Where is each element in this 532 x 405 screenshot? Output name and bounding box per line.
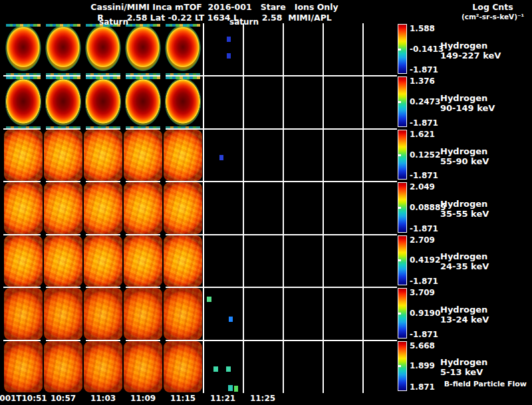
ion-intensity-blob — [124, 235, 162, 287]
ion-intensity-blob — [165, 25, 201, 74]
page-title: Cassini/MIMI Inca mTOF 2016-001 Stare Io… — [0, 2, 429, 12]
colorbar-max-label: 5.668 — [410, 341, 435, 350]
column-separator — [323, 23, 324, 393]
ion-intensity-blob — [84, 182, 122, 233]
colorbar — [398, 341, 407, 391]
ion-intensity-blob — [85, 78, 121, 126]
colorbar-min-label: -1.871 — [410, 65, 438, 74]
heatmap-cell — [123, 23, 163, 76]
corner-notch — [160, 338, 166, 343]
colorbar-mid-tick — [398, 49, 401, 51]
ion-intensity-blob — [4, 235, 43, 287]
heatmap-cell — [83, 129, 123, 182]
row-separator — [3, 234, 397, 235]
heatmap-cell — [123, 76, 163, 128]
time-tick-label: 11:09 — [130, 394, 156, 403]
ion-intensity-blob — [125, 25, 161, 74]
species-label: Hydrogen — [440, 146, 487, 156]
time-tick-label: 001T10:51 — [0, 394, 47, 403]
ion-intensity-blob — [44, 235, 82, 287]
colorbar-max-label: 2.709 — [410, 235, 435, 245]
colorbar-max-label: 3.709 — [410, 288, 435, 297]
heatmap-cell — [123, 129, 163, 182]
header-ephemeris-line: R 2.58 Lat -0.22 LT 1634 L 2.58 MIMI/APL — [0, 13, 429, 23]
ion-intensity-blob — [5, 78, 41, 126]
corner-notch — [80, 338, 86, 343]
corner-notch — [41, 179, 46, 184]
energy-range-label: 24-35 keV — [440, 261, 489, 271]
ion-intensity-blob — [84, 288, 122, 339]
corner-notch — [160, 179, 166, 184]
ion-intensity-blob — [124, 130, 162, 181]
colorbar-mid-label: -0.1413 — [410, 45, 444, 54]
colorbar-mid-label: 1.899 — [410, 361, 435, 370]
ion-intensity-blob — [164, 182, 202, 233]
ion-intensity-blob — [4, 182, 43, 233]
colorbar-mid-label: 0.2473 — [410, 97, 440, 106]
corner-notch — [120, 285, 126, 290]
species-label: Hydrogen — [440, 41, 487, 51]
top-fringe — [46, 76, 80, 79]
heatmap-cell — [163, 129, 203, 182]
heatmap-cell — [83, 287, 123, 340]
energy-range-label: 13-24 keV — [440, 315, 489, 325]
species-label: Hydrogen — [440, 305, 487, 315]
row-separator — [3, 287, 397, 288]
colorbar-mid-tick — [398, 101, 401, 103]
colorbar — [398, 235, 407, 285]
colorbar-max-label: 1.621 — [410, 130, 435, 139]
colorbar-max-label: 1.588 — [410, 24, 435, 33]
energy-row-5 — [3, 235, 397, 287]
species-label: Hydrogen — [440, 251, 487, 261]
top-fringe — [86, 76, 120, 79]
ion-intensity-blob — [85, 25, 121, 74]
heatmap-cell — [163, 23, 203, 76]
corner-notch — [120, 126, 126, 132]
colorbar-mid-label: 0.9190 — [410, 309, 440, 318]
corner-notch — [80, 179, 86, 184]
heatmap-cell — [3, 23, 43, 76]
heatmap-cell — [123, 340, 163, 393]
energy-row-2 — [3, 76, 397, 128]
heatmap-cell — [3, 287, 43, 340]
ion-intensity-blob — [164, 341, 202, 392]
heatmap-cell — [3, 182, 43, 234]
colorbar-min-label: -1.871 — [410, 277, 438, 286]
heatmap-cell — [123, 235, 163, 287]
energy-row-6 — [3, 287, 397, 340]
corner-notch — [41, 338, 46, 343]
ion-intensity-blob — [84, 130, 122, 181]
energy-row-4 — [3, 182, 397, 234]
data-pixel — [228, 385, 233, 391]
ion-intensity-blob — [4, 341, 43, 392]
row-separator — [3, 181, 397, 182]
heatmap-cell — [163, 287, 203, 340]
top-fringe — [46, 24, 80, 27]
data-pixel — [227, 37, 231, 42]
colorbar — [398, 24, 407, 74]
heatmap-cell — [43, 76, 83, 128]
colorbar-min-label: -1.871 — [410, 330, 438, 339]
row-separator — [3, 340, 397, 341]
corner-notch — [120, 232, 126, 237]
heatmap-cell — [83, 182, 123, 234]
heatmap-cell — [123, 287, 163, 340]
colorbar-max-label: 1.376 — [410, 76, 435, 86]
energy-row-7 — [3, 340, 397, 393]
time-tick-label: 11:25 — [250, 394, 275, 403]
ion-intensity-blob — [44, 130, 82, 181]
colorbar-mid-tick — [398, 259, 401, 261]
heatmap-cell — [43, 287, 83, 340]
corner-notch — [41, 285, 46, 290]
species-label: Hydrogen — [440, 357, 487, 367]
ion-intensity-blob — [84, 341, 122, 392]
row-separator — [3, 128, 397, 130]
data-pixel — [207, 297, 211, 302]
heatmap-cell — [43, 129, 83, 182]
energy-row-1 — [3, 23, 397, 76]
corner-notch — [120, 73, 126, 78]
colorbar-mid-label: 0.4192 — [410, 255, 440, 265]
heatmap-cell — [163, 235, 203, 287]
top-fringe — [166, 76, 200, 79]
corner-notch — [160, 73, 166, 78]
